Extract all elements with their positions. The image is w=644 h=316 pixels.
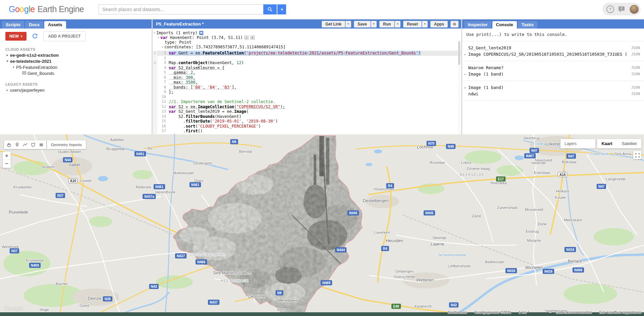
expand-icon[interactable]: ▸: [464, 53, 468, 56]
run-button[interactable]: Run: [379, 21, 394, 28]
gutter: [153, 95, 157, 100]
terms-link[interactable]: Gebruiksvoorwaarden: [556, 310, 592, 314]
map-canvas[interactable]: AaltebeiOuden-MolenBruggewijkRoBierstalL…: [0, 134, 644, 316]
code-lines[interactable]: i1var Gent = ee.FeatureCollection('proje…: [153, 51, 461, 134]
code-token: : Point (3.74, 51.11): [192, 35, 243, 40]
map-type-kaart[interactable]: Kaart: [597, 139, 617, 148]
expand-icon[interactable]: ▸: [161, 45, 164, 49]
code-line-17[interactable]: 17 .first(): [153, 129, 461, 134]
add-project-button[interactable]: ADD A PROJECT: [43, 31, 86, 41]
save-dropdown[interactable]: ▼: [371, 21, 377, 28]
layers-button[interactable]: Layers: [560, 139, 595, 148]
import-coordinates: coordinates: [3.74327896573877,51.111406…: [164, 45, 285, 49]
report-error-link[interactable]: Een kaartfout rapporteren: [599, 310, 641, 314]
import-var-row[interactable]: ▾ var HavenGent: Point (3.74, 51.11) ◎ ✱: [153, 35, 461, 40]
feedback-icon[interactable]: [618, 6, 625, 12]
settings-icon[interactable]: ✱: [250, 35, 255, 40]
expand-icon[interactable]: ▸: [464, 86, 468, 89]
search-input[interactable]: [99, 4, 263, 14]
refresh-icon: [32, 33, 38, 39]
json-link[interactable]: JSON: [631, 72, 640, 76]
import-coords-row[interactable]: ▸ coordinates: [3.74327896573877,51.1114…: [153, 45, 461, 49]
collapse-icon[interactable]: ▾: [153, 31, 156, 35]
tab-scripts[interactable]: Scripts: [2, 21, 24, 29]
asset-item-gent-bounds[interactable]: Gent_Bounds: [0, 70, 152, 76]
asset-item-ee-gedi-s1s2-extraction[interactable]: ▸ee-gedi-s1s2-extraction: [0, 52, 152, 58]
tab-docs[interactable]: Docs: [25, 21, 43, 29]
code-token: .: [169, 124, 186, 129]
json-link[interactable]: JSON: [631, 65, 640, 70]
save-button[interactable]: Save: [354, 21, 371, 28]
get-link-button[interactable]: Get Link: [322, 21, 345, 28]
console-output: S2_Gent_lente2019JSON▸Image COPERNICUS/S…: [462, 41, 644, 101]
logo: GoogleEarth Engine: [9, 4, 84, 14]
expander-icon[interactable]: ▾: [5, 59, 9, 63]
code-line-10[interactable]: 10: [153, 95, 461, 100]
get-link-dropdown[interactable]: ▼: [345, 21, 351, 28]
code-area[interactable]: ▾ Imports (1 entry) ▾ var HavenGent: Poi…: [153, 29, 461, 134]
map-type-satelliet[interactable]: Satelliet: [617, 139, 641, 148]
zoom-in-button[interactable]: +: [3, 152, 11, 160]
imports-header[interactable]: ▾ Imports (1 entry): [153, 31, 461, 35]
tab-inspector[interactable]: Inspector: [464, 21, 491, 29]
polyline-icon[interactable]: [21, 141, 29, 148]
code-line-16[interactable]: 16 .sort('CLOUDY_PIXEL_PERCENTAGE'): [153, 124, 461, 129]
code-line-12[interactable]: 12var S2 = ee.ImageCollection("COPERNICU…: [153, 104, 461, 109]
code-line-14[interactable]: 14 S2.filterBounds(HavenGent): [153, 114, 461, 119]
target-icon[interactable]: ◎: [244, 35, 249, 40]
tab-assets[interactable]: Assets: [44, 21, 66, 29]
fullscreen-icon: [635, 153, 640, 157]
shortcuts-link[interactable]: Sneltoetsen: [447, 310, 467, 314]
editor-vertical-scrollbar[interactable]: [458, 39, 461, 134]
new-button[interactable]: NEW ▾: [5, 32, 26, 41]
zoom-out-button[interactable]: −: [3, 160, 11, 168]
code-line-7[interactable]: 7 max: 3500,: [153, 80, 461, 85]
refresh-button[interactable]: [30, 31, 40, 41]
help-icon[interactable]: ?: [606, 5, 614, 13]
tab-console[interactable]: Console: [492, 21, 517, 29]
point-marker-icon[interactable]: [13, 141, 21, 148]
code-line-1[interactable]: i1var Gent = ee.FeatureCollection('proje…: [153, 51, 461, 56]
code-line-11[interactable]: 11//1. Importeren van de Sentinel-2 coll…: [153, 99, 461, 104]
line-content: gamma: 2,: [169, 70, 461, 75]
json-link[interactable]: JSON: [631, 46, 640, 50]
polygon-icon[interactable]: [30, 141, 37, 148]
code-line-8[interactable]: 8 bands: ['B8', 'B4', 'B3'],: [153, 85, 461, 90]
expander-icon[interactable]: ▸: [5, 53, 9, 57]
editor-settings-button[interactable]: [450, 21, 459, 28]
code-line-9[interactable]: 9};: [153, 90, 461, 95]
code-line-5[interactable]: 5 gamma: 2,: [153, 70, 461, 75]
code-line-6[interactable]: 6 min: 300,: [153, 75, 461, 80]
json-link[interactable]: JSON: [631, 85, 640, 90]
code-token: Gent = ee.: [176, 51, 203, 55]
expander-icon[interactable]: ▾: [11, 65, 15, 69]
json-link[interactable]: JSON: [631, 52, 640, 56]
expander-icon[interactable]: ▸: [5, 88, 9, 92]
rectangle-icon[interactable]: [38, 141, 45, 148]
search-button[interactable]: [263, 4, 277, 14]
expand-icon[interactable]: ▸: [464, 73, 468, 76]
pan-hand-icon[interactable]: [5, 141, 13, 148]
code-line-2[interactable]: 2: [153, 56, 461, 61]
avatar[interactable]: [629, 4, 639, 14]
fullscreen-button[interactable]: [633, 151, 641, 159]
json-link[interactable]: JSON: [631, 92, 640, 96]
collapse-icon[interactable]: ▾: [157, 35, 160, 40]
reset-button[interactable]: Reset: [403, 21, 422, 28]
tab-tasks[interactable]: Tasks: [518, 21, 537, 29]
code-line-4[interactable]: 4var S2_ValseKleuren = {: [153, 65, 461, 71]
search-options-button[interactable]: ▼: [277, 4, 286, 14]
console-row: ▸Image COPERNICUS/S2_SR/20190516T105031_…: [462, 51, 644, 57]
apps-button[interactable]: Apps: [430, 21, 448, 28]
code-line-3[interactable]: i3Map.centerObject(HavenGent, 12): [153, 60, 461, 65]
gutter: [153, 124, 157, 129]
reset-dropdown[interactable]: ▼: [422, 21, 428, 28]
asset-item-users-jasperfeyen[interactable]: ▸users/jasperfeyen: [0, 87, 152, 93]
code-line-13[interactable]: 13var S2_Gent_lente2019 = ee.Image(: [153, 109, 461, 114]
asset-item-ee-teledetectie-2021[interactable]: ▾ee-teledetectie-2021: [0, 58, 152, 64]
asset-item-p5-featureextraction[interactable]: ▾P5-FeatureExtraction: [0, 64, 152, 70]
line-number: 12: [157, 104, 169, 109]
geometry-imports-button[interactable]: Geometry Imports: [47, 140, 86, 149]
code-line-15[interactable]: 15 .filterDate('2019-05-01', '2019-08-30…: [153, 119, 461, 124]
run-dropdown[interactable]: ▼: [395, 21, 400, 28]
